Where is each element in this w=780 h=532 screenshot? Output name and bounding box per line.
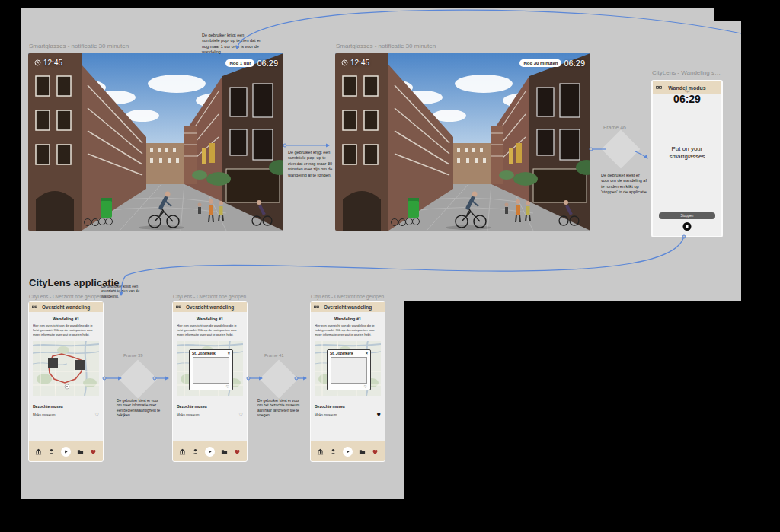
visited-museums-title: Bezochte musea bbox=[177, 404, 206, 409]
app-header: Overzicht wandeling bbox=[311, 302, 385, 312]
overview-screen-2[interactable]: Overzicht wandeling Wandeling #1 Hier ee… bbox=[172, 301, 248, 462]
street-photo bbox=[335, 53, 590, 231]
clock-icon bbox=[34, 59, 41, 66]
header-title: Overzicht wandeling bbox=[324, 304, 372, 310]
nav-play-button[interactable] bbox=[205, 447, 215, 457]
close-icon[interactable]: × bbox=[228, 351, 230, 355]
citylens-logo-icon bbox=[314, 304, 319, 310]
bottom-nav bbox=[311, 441, 385, 461]
poi-image-placeholder bbox=[331, 357, 367, 384]
poi-modal-header: St. Jozefkerk × bbox=[328, 350, 370, 356]
nav-favorites-icon[interactable] bbox=[372, 448, 379, 455]
design-canvas: De gebruiker krijgt een sumbtiele pop- u… bbox=[0, 0, 780, 532]
status-time-text: 12:45 bbox=[350, 59, 369, 67]
poi-favorite-icon[interactable]: ♡ bbox=[226, 385, 229, 389]
nav-profile-icon[interactable] bbox=[192, 448, 199, 455]
clock-time-text: 06:29 bbox=[257, 59, 278, 68]
walk-description: Hier een overzicht van de wandeling die … bbox=[315, 323, 381, 337]
frame-label-overview-3: CityLens - Overzicht hoe gelopen bbox=[311, 294, 384, 299]
time-left-pill[interactable]: Nog 1 uur bbox=[225, 59, 254, 67]
walk-timer: 06:29 bbox=[653, 93, 721, 105]
nav-folder-icon[interactable] bbox=[77, 448, 84, 455]
nav-favorites-icon[interactable] bbox=[90, 448, 97, 455]
walk-title: Wandeling #1 bbox=[173, 317, 247, 321]
instruction-text: Put on your smartglasses bbox=[656, 145, 718, 161]
screen-body: Wandeling #1 Hier een overzicht van de w… bbox=[29, 312, 103, 441]
app-header: Overzicht wandeling bbox=[173, 302, 247, 312]
street-photo bbox=[28, 53, 283, 231]
museum-name: Moko museum bbox=[177, 413, 200, 417]
status-time-text: 12:45 bbox=[43, 59, 62, 67]
app-header: Overzicht wandeling bbox=[29, 302, 103, 312]
notification-group: Nog 1 uur 06:29 bbox=[225, 59, 278, 68]
frame-label-overview-2: CityLens - Overzicht hoe gelopen bbox=[173, 294, 246, 299]
bottom-nav bbox=[29, 441, 103, 461]
annotation-frame-46: De gebruiker kiest er voor om de wandeli… bbox=[601, 173, 648, 196]
map-image bbox=[33, 341, 99, 396]
wandel-modus-screen[interactable]: Wandel modus Tijd 06:29 Put on your smar… bbox=[651, 80, 723, 237]
nav-museum-icon[interactable] bbox=[317, 448, 324, 455]
poi-title: St. Jozefkerk bbox=[330, 351, 353, 355]
nav-play-button[interactable] bbox=[61, 447, 71, 457]
nav-profile-icon[interactable] bbox=[48, 448, 55, 455]
walk-description: Hier een overzicht van de wandeling die … bbox=[177, 323, 243, 337]
poi-modal: St. Jozefkerk × ♡ bbox=[189, 349, 233, 390]
museum-row[interactable]: Moko museum ♡ bbox=[33, 413, 99, 417]
frame-46-label: Frame 46 bbox=[603, 125, 626, 130]
nav-museum-icon[interactable] bbox=[35, 448, 42, 455]
nav-favorites-icon[interactable] bbox=[234, 448, 241, 455]
visited-museums-title: Bezochte musea bbox=[33, 404, 62, 409]
nav-museum-icon[interactable] bbox=[179, 448, 186, 455]
frame-39-label: Frame 39 bbox=[123, 353, 143, 358]
poi-modal-header: St. Jozefkerk × bbox=[190, 350, 232, 356]
museum-name: Moko museum bbox=[315, 413, 337, 417]
poi-image-placeholder bbox=[193, 357, 229, 384]
annotation-1-hour-popup: De gebruiker krijgt een sumbtiele pop- u… bbox=[202, 33, 263, 56]
frame-label-smartglasses-1: Smartglasses - notificatie 30 minuten bbox=[29, 43, 129, 49]
clock-icon bbox=[341, 59, 348, 66]
citylens-logo-icon bbox=[176, 304, 181, 310]
nav-folder-icon[interactable] bbox=[359, 448, 366, 455]
poi-title: St. Jozefkerk bbox=[192, 351, 216, 355]
poi-modal: St. Jozefkerk × ♡ bbox=[327, 349, 371, 390]
annotation-frame-39: De gebruiker kiest er voor om meer infor… bbox=[117, 399, 162, 419]
bottom-nav bbox=[173, 441, 247, 461]
favorite-heart-icon[interactable]: ♥ bbox=[377, 413, 381, 417]
nav-play-button[interactable] bbox=[343, 447, 353, 457]
frame-label-wandel-modus: CityLens - Wandeling sta... bbox=[652, 69, 721, 76]
favorite-heart-icon[interactable]: ♡ bbox=[239, 413, 243, 417]
museum-row[interactable]: Moko museum ♡ bbox=[177, 413, 243, 417]
favorite-heart-icon[interactable]: ♡ bbox=[95, 413, 99, 417]
museum-row[interactable]: Moko museum ♥ bbox=[315, 413, 381, 417]
notification-group: Nog 30 minuten 06:29 bbox=[519, 59, 585, 68]
route-map[interactable] bbox=[33, 341, 99, 396]
nav-folder-icon[interactable] bbox=[221, 448, 228, 455]
smartglasses-frame-1[interactable]: 12:45 Nog 1 uur 06:29 bbox=[28, 53, 283, 231]
header-title: Overzicht wandeling bbox=[42, 304, 90, 310]
frame-label-overview-1: CityLens - Overzicht hoe gelopen bbox=[29, 294, 102, 299]
status-time-left: 12:45 bbox=[34, 59, 62, 67]
stop-button[interactable]: Stoppen bbox=[659, 212, 715, 219]
status-time-left: 12:45 bbox=[341, 59, 369, 67]
annotation-30-min-popup: De gebruiker krijgt een sumbtiele pop- u… bbox=[288, 150, 334, 178]
smartglasses-frame-2[interactable]: 12:45 Nog 30 minuten 06:29 bbox=[335, 53, 590, 231]
clock-time-text: 06:29 bbox=[564, 59, 585, 68]
canvas-corner-mask bbox=[714, 8, 741, 21]
frame-label-smartglasses-2: Smartglasses - notificatie 30 minuten bbox=[336, 43, 436, 49]
overview-screen-1[interactable]: Overzicht wandeling Wandeling #1 Hier ee… bbox=[28, 301, 104, 462]
nav-profile-icon[interactable] bbox=[330, 448, 337, 455]
poi-favorite-icon[interactable]: ♡ bbox=[364, 385, 367, 389]
annotation-frame-41: De gebruiker kiest er voor om het bezoch… bbox=[257, 399, 303, 419]
annotation-overview: De gebruiker krijgt een overzicht te zie… bbox=[101, 285, 144, 299]
walk-title: Wandeling #1 bbox=[311, 317, 385, 321]
stop-circle-button[interactable] bbox=[683, 222, 692, 231]
walk-title: Wandeling #1 bbox=[29, 317, 103, 321]
header-title: Overzicht wandeling bbox=[186, 304, 234, 310]
overview-screen-3[interactable]: Overzicht wandeling Wandeling #1 Hier ee… bbox=[310, 301, 385, 462]
close-icon[interactable]: × bbox=[366, 351, 368, 355]
citylens-logo-icon bbox=[32, 304, 37, 310]
stop-icon bbox=[686, 225, 689, 228]
frame-41-label: Frame 41 bbox=[264, 353, 284, 358]
walk-description: Hier een overzicht van de wandeling die … bbox=[33, 323, 99, 337]
time-left-pill[interactable]: Nog 30 minuten bbox=[519, 59, 561, 67]
